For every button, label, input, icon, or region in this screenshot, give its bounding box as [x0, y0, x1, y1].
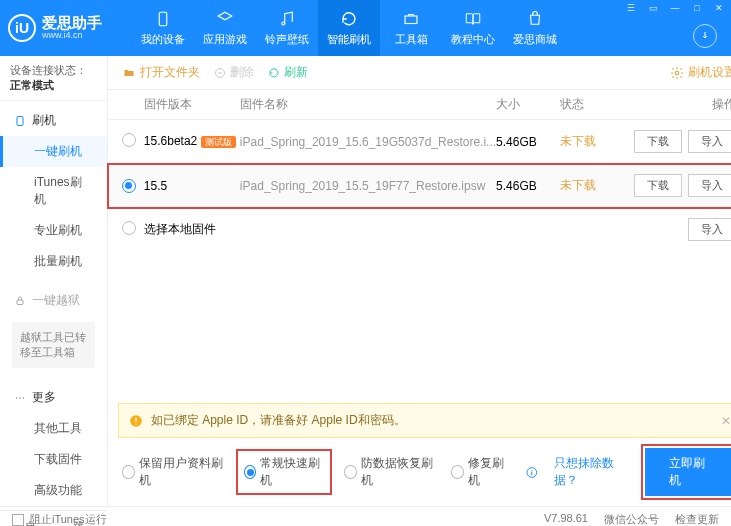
- import-button[interactable]: 导入: [688, 130, 731, 153]
- warning-icon: [129, 414, 143, 428]
- appleid-warning: 如已绑定 Apple ID，请准备好 Apple ID和密码。 ✕: [118, 403, 731, 438]
- app-url: www.i4.cn: [42, 31, 102, 41]
- sidebar-cat-more[interactable]: 更多: [0, 382, 107, 413]
- erase-only-link[interactable]: 只想抹除数据？: [554, 455, 629, 489]
- lock-icon[interactable]: ▭: [647, 2, 659, 14]
- app-name: 爱思助手: [42, 15, 102, 32]
- download-button[interactable]: 下载: [634, 130, 682, 153]
- gear-icon: [670, 66, 684, 80]
- svg-point-5: [16, 397, 18, 399]
- open-folder-button[interactable]: 打开文件夹: [122, 64, 200, 81]
- app-logo: iU 爱思助手 www.i4.cn: [8, 14, 102, 42]
- svg-point-1: [282, 22, 285, 25]
- tab-my-device[interactable]: 我的设备: [132, 0, 194, 56]
- toolbar: 打开文件夹 删除 刷新 刷机设置: [108, 56, 731, 90]
- block-itunes-checkbox[interactable]: [12, 514, 24, 526]
- row-radio[interactable]: [122, 221, 136, 235]
- flash-now-button[interactable]: 立即刷机: [645, 448, 731, 496]
- refresh-button[interactable]: 刷新: [268, 64, 308, 81]
- main-panel: 打开文件夹 删除 刷新 刷机设置 固件版本 固件名称 大小 状态 操作 15.6…: [108, 56, 731, 506]
- svg-rect-2: [405, 16, 417, 24]
- check-update-link[interactable]: 检查更新: [675, 512, 719, 526]
- sidebar-item-itunes-flash[interactable]: iTunes刷机: [0, 167, 107, 215]
- local-firmware-row[interactable]: 选择本地固件 导入: [108, 208, 731, 251]
- minimize-icon[interactable]: —: [669, 2, 681, 14]
- sidebar-item-pro-flash[interactable]: 专业刷机: [0, 215, 107, 246]
- wechat-link[interactable]: 微信公众号: [604, 512, 659, 526]
- opt-keep-data[interactable]: 保留用户资料刷机: [122, 455, 224, 489]
- svg-point-7: [23, 397, 25, 399]
- firmware-row-selected[interactable]: 15.5 iPad_Spring_2019_15.5_19F77_Restore…: [108, 164, 731, 208]
- circle-download-icon[interactable]: [693, 24, 717, 48]
- status-bar: 阻止iTunes运行 V7.98.61 微信公众号 检查更新: [0, 506, 731, 526]
- th-version: 固件版本: [144, 96, 240, 113]
- title-bar: iU 爱思助手 www.i4.cn 我的设备 应用游戏 铃声壁纸 智能刷机 工具…: [0, 0, 731, 56]
- sidebar-item-other-tools[interactable]: 其他工具: [0, 413, 107, 444]
- sidebar-item-oneclick-flash[interactable]: 一键刷机: [0, 136, 107, 167]
- download-button[interactable]: 下载: [634, 174, 682, 197]
- version-label: V7.98.61: [544, 512, 588, 526]
- import-button[interactable]: 导入: [688, 174, 731, 197]
- th-size: 大小: [496, 96, 560, 113]
- sidebar-item-download-fw[interactable]: 下载固件: [0, 444, 107, 475]
- flash-options: 保留用户资料刷机 常规快速刷机 防数据恢复刷机 修复刷机 只想抹除数据？ 立即刷…: [108, 438, 731, 506]
- svg-point-6: [19, 397, 21, 399]
- row-radio[interactable]: [122, 133, 136, 147]
- th-ops: 操作: [616, 96, 731, 113]
- sidebar: 设备连接状态：正常模式 刷机 一键刷机 iTunes刷机 专业刷机 批量刷机 一…: [0, 56, 108, 506]
- connection-status: 设备连接状态：正常模式: [0, 56, 107, 101]
- beta-badge: 测试版: [201, 136, 236, 148]
- maximize-icon[interactable]: □: [691, 2, 703, 14]
- jailbreak-note: 越狱工具已转移至工具箱: [12, 322, 95, 368]
- tab-tutorial[interactable]: 教程中心: [442, 0, 504, 56]
- table-header: 固件版本 固件名称 大小 状态 操作: [108, 90, 731, 120]
- th-name: 固件名称: [240, 96, 496, 113]
- tab-ringtones[interactable]: 铃声壁纸: [256, 0, 318, 56]
- tab-shop[interactable]: 爱思商城: [504, 0, 566, 56]
- import-button[interactable]: 导入: [688, 218, 731, 241]
- close-icon[interactable]: ✕: [713, 2, 725, 14]
- sidebar-cat-jailbreak[interactable]: 一键越狱: [0, 285, 107, 316]
- tab-apps[interactable]: 应用游戏: [194, 0, 256, 56]
- tab-flash[interactable]: 智能刷机: [318, 0, 380, 56]
- logo-badge-icon: iU: [8, 14, 36, 42]
- firmware-row[interactable]: 15.6beta2测试版 iPad_Spring_2019_15.6_19G50…: [108, 120, 731, 164]
- window-controls: ☰ ▭ — □ ✕: [625, 2, 725, 14]
- sidebar-item-batch-flash[interactable]: 批量刷机: [0, 246, 107, 277]
- svg-rect-4: [17, 300, 23, 305]
- opt-quick-flash[interactable]: 常规快速刷机: [240, 453, 328, 491]
- svg-rect-3: [17, 116, 23, 125]
- close-warning-icon[interactable]: ✕: [721, 414, 731, 428]
- opt-repair-flash[interactable]: 修复刷机: [451, 455, 510, 489]
- svg-point-10: [675, 71, 679, 75]
- opt-anti-recovery[interactable]: 防数据恢复刷机: [344, 455, 435, 489]
- tab-toolbox[interactable]: 工具箱: [380, 0, 442, 56]
- menu-icon[interactable]: ☰: [625, 2, 637, 14]
- svg-rect-0: [159, 12, 167, 26]
- sidebar-cat-flash[interactable]: 刷机: [0, 105, 107, 136]
- nav-tabs: 我的设备 应用游戏 铃声壁纸 智能刷机 工具箱 教程中心 爱思商城: [132, 0, 566, 56]
- row-radio[interactable]: [122, 179, 136, 193]
- sidebar-item-advanced[interactable]: 高级功能: [0, 475, 107, 506]
- th-status: 状态: [560, 96, 616, 113]
- delete-button[interactable]: 删除: [214, 64, 254, 81]
- flash-settings-button[interactable]: 刷机设置: [670, 64, 731, 81]
- info-icon[interactable]: [526, 466, 538, 479]
